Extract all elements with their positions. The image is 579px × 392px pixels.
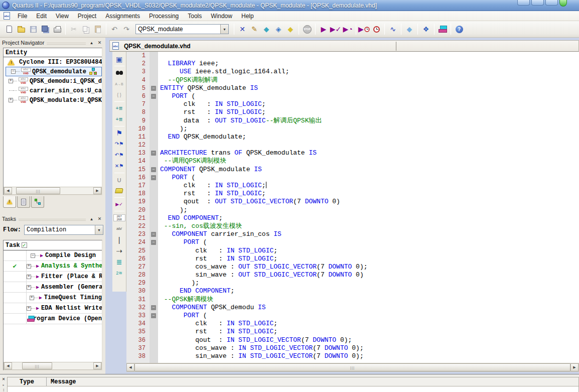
find-replace-icon[interactable]: A→B xyxy=(113,78,125,89)
chevron-down-icon[interactable]: ▼ xyxy=(95,225,103,234)
tree-item-qpsk-demodu-i-qpsk-d[interactable]: +abcVHDQPSK_demodu:i_QPSK_d xyxy=(4,76,102,86)
code-line-26[interactable]: 26 rst : IN STD_LOGIC; xyxy=(126,255,579,263)
fold-collapse-icon[interactable]: − xyxy=(151,232,156,237)
code-editor[interactable]: 12 LIBRARY ieee;3 USE ieee.std_logic_116… xyxy=(126,52,579,363)
panel-grip[interactable] xyxy=(47,42,86,45)
code-line-21[interactable]: 21 END COMPONENT; xyxy=(126,214,579,222)
code-line-33[interactable]: 33− PORT ( xyxy=(126,312,579,320)
scroll-thumb[interactable]: ||| xyxy=(22,362,52,369)
expand-icon[interactable]: + xyxy=(30,296,34,300)
maximize-button[interactable] xyxy=(531,0,544,6)
fold-collapse-icon[interactable]: − xyxy=(151,175,156,180)
code-line-10[interactable]: 10 ); xyxy=(126,125,579,133)
print-icon[interactable] xyxy=(51,23,63,35)
code-line-9[interactable]: 9 data : OUT STD_LOGIC--解调后QPSK输出 xyxy=(126,117,579,125)
code-line-27[interactable]: 27 cos_wave : OUT STD_LOGIC_VECTOR(7 DOW… xyxy=(126,263,579,271)
analyze-file-icon[interactable]: ▶✓ xyxy=(113,199,125,210)
fold-column[interactable]: − xyxy=(150,304,158,312)
code-line-30[interactable]: 30 END COMPONENT; xyxy=(126,287,579,295)
code-line-4[interactable]: 4 --QPSK调制解调 xyxy=(126,76,579,84)
fold-column[interactable]: − xyxy=(150,92,158,100)
start-timequest-icon[interactable]: ▶ xyxy=(358,23,370,35)
menu-processing[interactable]: Processing xyxy=(144,11,183,21)
edit-assignments-icon[interactable]: ✎ xyxy=(248,23,260,35)
code-line-12[interactable]: 12 xyxy=(126,141,579,149)
code-line-15[interactable]: 15−COMPONENT QPSK_modulate IS xyxy=(126,166,579,174)
menu-project[interactable]: Project xyxy=(73,11,101,21)
code-line-6[interactable]: 6− PORT ( xyxy=(126,92,579,100)
compilation-report-icon[interactable]: ◆ xyxy=(403,23,415,35)
code-line-18[interactable]: 18 rst : IN STD_LOGIC; xyxy=(126,190,579,198)
fold-collapse-icon[interactable]: − xyxy=(151,305,156,310)
start-analysis-synthesis-icon[interactable]: ▶✓ xyxy=(330,23,342,35)
document-title-bar[interactable]: abc QPSK_demodulate.vhd xyxy=(109,40,579,52)
navigator-hscrollbar[interactable]: ◀ ||| ▶ xyxy=(4,187,102,195)
code-line-11[interactable]: 11 END QPSK_demodulate; xyxy=(126,133,579,141)
expand-icon[interactable]: + xyxy=(27,306,31,311)
new-file-icon[interactable] xyxy=(3,23,15,35)
fold-collapse-icon[interactable]: − xyxy=(151,167,156,172)
code-line-28[interactable]: 28 sin_wave : OUT STD_LOGIC_VECTOR(7 DOW… xyxy=(126,271,579,279)
close-messages-icon[interactable]: ✕ xyxy=(2,377,6,381)
save-all-icon[interactable] xyxy=(39,23,51,35)
timing-floorplan-icon[interactable]: ◆ xyxy=(284,23,297,35)
close-panel-icon[interactable]: ✕ xyxy=(96,40,103,45)
task-row-analysis-synthe[interactable]: ✔+▶Analysis & Synthe xyxy=(4,261,102,272)
expand-icon[interactable]: + xyxy=(9,79,13,83)
pin-planner-icon[interactable]: ◈ xyxy=(272,23,284,35)
code-line-25[interactable]: 25 clk : IN STD_LOGIC; xyxy=(126,247,579,255)
project-select[interactable]: QPSK_modulate ▼ xyxy=(135,24,229,34)
tasks-hscrollbar[interactable]: ◀ ||| ▶ xyxy=(4,362,102,370)
start-compilation-icon[interactable]: ▶ xyxy=(318,23,330,35)
fold-collapse-icon[interactable]: − xyxy=(151,240,156,245)
replace-again-icon[interactable]: 2≋ xyxy=(113,268,125,279)
align-icon[interactable]: ≣ xyxy=(113,256,125,268)
find-icon[interactable] xyxy=(113,67,125,78)
collapse-icon[interactable]: − xyxy=(11,69,16,74)
code-line-37[interactable]: 37 cos_wave : IN STD_LOGIC_VECTOR(7 DOWN… xyxy=(126,344,579,352)
next-bookmark-icon[interactable]: ↷⚑ xyxy=(113,139,125,150)
fold-column[interactable]: − xyxy=(150,230,158,238)
goto-line-icon[interactable]: ⇢ xyxy=(113,245,125,256)
scroll-thumb[interactable]: ||| xyxy=(16,187,60,194)
save-icon[interactable] xyxy=(27,23,39,35)
hierarchy-tab[interactable] xyxy=(3,196,16,208)
programmer-icon[interactable] xyxy=(437,23,449,35)
menu-tools[interactable]: Tools xyxy=(183,11,206,21)
open-book-icon[interactable] xyxy=(113,185,125,196)
fold-column[interactable]: − xyxy=(150,312,158,320)
dock-toggle-icon[interactable]: ▴ xyxy=(88,216,95,221)
scroll-thumb[interactable]: ||| xyxy=(134,363,570,371)
copy-icon[interactable] xyxy=(80,23,92,35)
code-line-14[interactable]: 14 --调用QPSK调制模块 xyxy=(126,157,579,165)
expand-icon[interactable]: + xyxy=(9,98,13,102)
menu-window[interactable]: Window xyxy=(206,11,237,21)
code-line-31[interactable]: 31 --QPSK解调模块 xyxy=(126,296,579,304)
settings-icon[interactable]: ✕ xyxy=(236,23,248,35)
syntax-coloring-icon[interactable]: ab/ xyxy=(113,223,125,234)
close-button[interactable] xyxy=(545,0,558,6)
code-line-1[interactable]: 1 xyxy=(126,52,579,60)
cut-icon[interactable]: ✂ xyxy=(68,23,80,35)
menu-file[interactable]: File xyxy=(13,11,32,21)
tree-item-carrier-sin-cos-u-ca[interactable]: abcVHDcarrier_sin_cos:U_ca xyxy=(4,86,102,95)
cursor-bar-icon[interactable]: | xyxy=(113,234,125,245)
chevron-down-icon[interactable]: ▼ xyxy=(220,25,228,34)
menu-edit[interactable]: Edit xyxy=(32,11,51,21)
code-line-38[interactable]: 38 sin_wave : IN STD_LOGIC_VECTOR(7 DOWN… xyxy=(126,352,579,360)
redo-icon[interactable]: ↷ xyxy=(120,23,132,35)
insert-template-icon[interactable]: { } xyxy=(113,89,125,100)
code-line-7[interactable]: 7 clk : IN STD_LOGIC; xyxy=(126,100,579,108)
scroll-left-icon[interactable]: ◀ xyxy=(126,363,134,371)
code-line-23[interactable]: 23− COMPONENT carrier_sin_cos IS xyxy=(126,230,579,238)
code-line-2[interactable]: 2 LIBRARY ieee; xyxy=(126,60,579,68)
code-line-22[interactable]: 22 --sin, cos载波发生模块 xyxy=(126,222,579,230)
detach-window-icon[interactable]: ▣ xyxy=(113,54,125,65)
scroll-right-icon[interactable]: ▶ xyxy=(93,187,101,194)
assignment-editor-icon[interactable]: ◆ xyxy=(260,23,272,35)
code-line-5[interactable]: 5−ENTITY QPSK_demodulate IS xyxy=(126,84,579,92)
scroll-right-icon[interactable]: ▶ xyxy=(570,363,578,371)
close-panel-icon[interactable]: ✕ xyxy=(96,216,103,221)
code-line-17[interactable]: 17 clk : IN STD_LOGIC; xyxy=(126,182,579,190)
code-line-20[interactable]: 20 ); xyxy=(126,206,579,214)
